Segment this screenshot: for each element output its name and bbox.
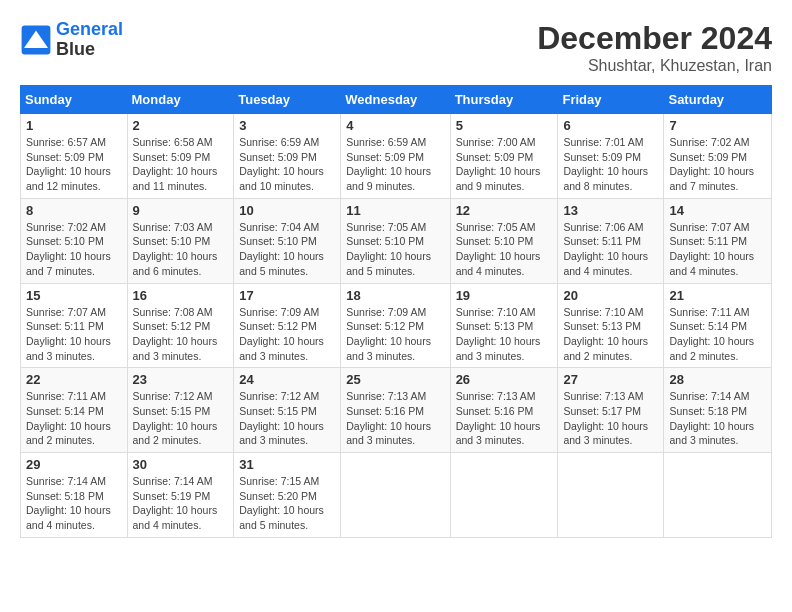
day-info: Sunrise: 6:59 AM Sunset: 5:09 PM Dayligh… (346, 135, 444, 194)
calendar-week-row: 29Sunrise: 7:14 AM Sunset: 5:18 PM Dayli… (21, 453, 772, 538)
calendar-cell: 28Sunrise: 7:14 AM Sunset: 5:18 PM Dayli… (664, 368, 772, 453)
calendar-cell: 20Sunrise: 7:10 AM Sunset: 5:13 PM Dayli… (558, 283, 664, 368)
day-number: 24 (239, 372, 335, 387)
calendar-cell: 18Sunrise: 7:09 AM Sunset: 5:12 PM Dayli… (341, 283, 450, 368)
day-number: 7 (669, 118, 766, 133)
day-number: 3 (239, 118, 335, 133)
calendar-cell: 31Sunrise: 7:15 AM Sunset: 5:20 PM Dayli… (234, 453, 341, 538)
calendar-week-row: 15Sunrise: 7:07 AM Sunset: 5:11 PM Dayli… (21, 283, 772, 368)
calendar-cell: 19Sunrise: 7:10 AM Sunset: 5:13 PM Dayli… (450, 283, 558, 368)
day-info: Sunrise: 7:04 AM Sunset: 5:10 PM Dayligh… (239, 220, 335, 279)
day-number: 6 (563, 118, 658, 133)
day-info: Sunrise: 7:06 AM Sunset: 5:11 PM Dayligh… (563, 220, 658, 279)
day-number: 8 (26, 203, 122, 218)
calendar-cell: 16Sunrise: 7:08 AM Sunset: 5:12 PM Dayli… (127, 283, 234, 368)
calendar-cell: 26Sunrise: 7:13 AM Sunset: 5:16 PM Dayli… (450, 368, 558, 453)
logo-text: General Blue (56, 20, 123, 60)
calendar-cell: 12Sunrise: 7:05 AM Sunset: 5:10 PM Dayli… (450, 198, 558, 283)
day-info: Sunrise: 7:15 AM Sunset: 5:20 PM Dayligh… (239, 474, 335, 533)
calendar-week-row: 1Sunrise: 6:57 AM Sunset: 5:09 PM Daylig… (21, 114, 772, 199)
day-info: Sunrise: 7:05 AM Sunset: 5:10 PM Dayligh… (346, 220, 444, 279)
weekday-header: Friday (558, 86, 664, 114)
day-info: Sunrise: 7:10 AM Sunset: 5:13 PM Dayligh… (456, 305, 553, 364)
day-number: 17 (239, 288, 335, 303)
day-info: Sunrise: 7:11 AM Sunset: 5:14 PM Dayligh… (26, 389, 122, 448)
day-info: Sunrise: 7:10 AM Sunset: 5:13 PM Dayligh… (563, 305, 658, 364)
day-number: 23 (133, 372, 229, 387)
day-number: 26 (456, 372, 553, 387)
weekday-header: Tuesday (234, 86, 341, 114)
day-number: 13 (563, 203, 658, 218)
day-info: Sunrise: 7:14 AM Sunset: 5:19 PM Dayligh… (133, 474, 229, 533)
calendar-cell: 15Sunrise: 7:07 AM Sunset: 5:11 PM Dayli… (21, 283, 128, 368)
weekday-header: Wednesday (341, 86, 450, 114)
logo: General Blue (20, 20, 123, 60)
day-number: 20 (563, 288, 658, 303)
calendar-cell (558, 453, 664, 538)
day-info: Sunrise: 7:13 AM Sunset: 5:17 PM Dayligh… (563, 389, 658, 448)
day-number: 19 (456, 288, 553, 303)
day-number: 16 (133, 288, 229, 303)
calendar-cell: 27Sunrise: 7:13 AM Sunset: 5:17 PM Dayli… (558, 368, 664, 453)
day-number: 28 (669, 372, 766, 387)
day-info: Sunrise: 7:03 AM Sunset: 5:10 PM Dayligh… (133, 220, 229, 279)
calendar-cell: 11Sunrise: 7:05 AM Sunset: 5:10 PM Dayli… (341, 198, 450, 283)
day-info: Sunrise: 7:09 AM Sunset: 5:12 PM Dayligh… (239, 305, 335, 364)
day-info: Sunrise: 7:14 AM Sunset: 5:18 PM Dayligh… (669, 389, 766, 448)
day-info: Sunrise: 7:05 AM Sunset: 5:10 PM Dayligh… (456, 220, 553, 279)
day-info: Sunrise: 7:00 AM Sunset: 5:09 PM Dayligh… (456, 135, 553, 194)
calendar-cell: 14Sunrise: 7:07 AM Sunset: 5:11 PM Dayli… (664, 198, 772, 283)
calendar-cell: 6Sunrise: 7:01 AM Sunset: 5:09 PM Daylig… (558, 114, 664, 199)
location-subtitle: Shushtar, Khuzestan, Iran (537, 57, 772, 75)
day-number: 21 (669, 288, 766, 303)
day-number: 4 (346, 118, 444, 133)
day-info: Sunrise: 7:12 AM Sunset: 5:15 PM Dayligh… (133, 389, 229, 448)
weekday-header: Saturday (664, 86, 772, 114)
calendar-cell: 9Sunrise: 7:03 AM Sunset: 5:10 PM Daylig… (127, 198, 234, 283)
calendar-header: SundayMondayTuesdayWednesdayThursdayFrid… (21, 86, 772, 114)
day-info: Sunrise: 7:13 AM Sunset: 5:16 PM Dayligh… (346, 389, 444, 448)
calendar-cell (450, 453, 558, 538)
calendar-table: SundayMondayTuesdayWednesdayThursdayFrid… (20, 85, 772, 538)
calendar-cell (341, 453, 450, 538)
month-title: December 2024 (537, 20, 772, 57)
calendar-cell: 30Sunrise: 7:14 AM Sunset: 5:19 PM Dayli… (127, 453, 234, 538)
calendar-week-row: 22Sunrise: 7:11 AM Sunset: 5:14 PM Dayli… (21, 368, 772, 453)
day-number: 30 (133, 457, 229, 472)
calendar-cell: 8Sunrise: 7:02 AM Sunset: 5:10 PM Daylig… (21, 198, 128, 283)
day-info: Sunrise: 6:59 AM Sunset: 5:09 PM Dayligh… (239, 135, 335, 194)
day-info: Sunrise: 7:13 AM Sunset: 5:16 PM Dayligh… (456, 389, 553, 448)
day-info: Sunrise: 7:02 AM Sunset: 5:09 PM Dayligh… (669, 135, 766, 194)
day-info: Sunrise: 7:07 AM Sunset: 5:11 PM Dayligh… (669, 220, 766, 279)
day-info: Sunrise: 6:57 AM Sunset: 5:09 PM Dayligh… (26, 135, 122, 194)
day-number: 1 (26, 118, 122, 133)
calendar-body: 1Sunrise: 6:57 AM Sunset: 5:09 PM Daylig… (21, 114, 772, 538)
calendar-cell: 13Sunrise: 7:06 AM Sunset: 5:11 PM Dayli… (558, 198, 664, 283)
calendar-cell: 25Sunrise: 7:13 AM Sunset: 5:16 PM Dayli… (341, 368, 450, 453)
day-info: Sunrise: 7:07 AM Sunset: 5:11 PM Dayligh… (26, 305, 122, 364)
calendar-cell (664, 453, 772, 538)
day-number: 11 (346, 203, 444, 218)
day-info: Sunrise: 7:11 AM Sunset: 5:14 PM Dayligh… (669, 305, 766, 364)
logo-icon (20, 24, 52, 56)
weekday-header: Thursday (450, 86, 558, 114)
title-block: December 2024 Shushtar, Khuzestan, Iran (537, 20, 772, 75)
day-number: 5 (456, 118, 553, 133)
day-number: 2 (133, 118, 229, 133)
calendar-cell: 22Sunrise: 7:11 AM Sunset: 5:14 PM Dayli… (21, 368, 128, 453)
day-info: Sunrise: 7:12 AM Sunset: 5:15 PM Dayligh… (239, 389, 335, 448)
day-number: 9 (133, 203, 229, 218)
calendar-cell: 17Sunrise: 7:09 AM Sunset: 5:12 PM Dayli… (234, 283, 341, 368)
day-info: Sunrise: 7:02 AM Sunset: 5:10 PM Dayligh… (26, 220, 122, 279)
day-number: 14 (669, 203, 766, 218)
day-number: 10 (239, 203, 335, 218)
day-info: Sunrise: 6:58 AM Sunset: 5:09 PM Dayligh… (133, 135, 229, 194)
day-info: Sunrise: 7:08 AM Sunset: 5:12 PM Dayligh… (133, 305, 229, 364)
page-header: General Blue December 2024 Shushtar, Khu… (20, 20, 772, 75)
calendar-cell: 29Sunrise: 7:14 AM Sunset: 5:18 PM Dayli… (21, 453, 128, 538)
calendar-cell: 24Sunrise: 7:12 AM Sunset: 5:15 PM Dayli… (234, 368, 341, 453)
day-number: 22 (26, 372, 122, 387)
day-info: Sunrise: 7:14 AM Sunset: 5:18 PM Dayligh… (26, 474, 122, 533)
calendar-cell: 10Sunrise: 7:04 AM Sunset: 5:10 PM Dayli… (234, 198, 341, 283)
day-number: 31 (239, 457, 335, 472)
